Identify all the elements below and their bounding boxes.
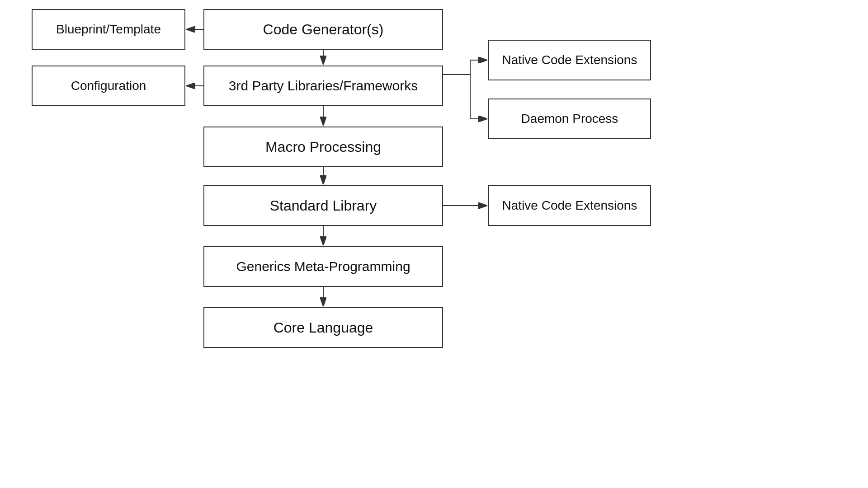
standard-library-box: Standard Library [203,185,443,226]
native-code-2-box: Native Code Extensions [488,185,651,226]
generics-meta-box: Generics Meta-Programming [203,246,443,287]
native-code-1-box: Native Code Extensions [488,40,651,80]
code-generator-box: Code Generator(s) [203,9,443,50]
configuration-box: Configuration [32,66,185,106]
daemon-process-box: Daemon Process [488,99,651,139]
blueprint-box: Blueprint/Template [32,9,185,50]
third-party-box: 3rd Party Libraries/Frameworks [203,66,443,106]
core-language-box: Core Language [203,307,443,348]
diagram: Blueprint/Template Code Generator(s) Con… [0,0,868,488]
macro-processing-box: Macro Processing [203,127,443,167]
